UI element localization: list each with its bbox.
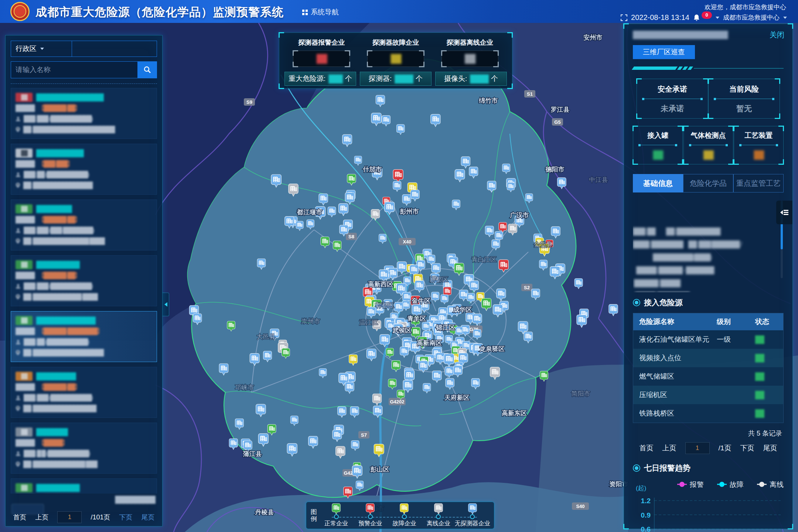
stat-card: 探测器离线企业██: [433, 37, 507, 67]
company-list-item[interactable]: █████████████████:【██████-██】███: ███ (█…: [11, 367, 157, 418]
status-badge: ██: [16, 372, 33, 381]
table-row[interactable]: 铁路栈桥区██: [633, 404, 783, 423]
company-name-row: █████████████: [16, 482, 152, 493]
table-column-header: 危险源名称: [633, 317, 711, 327]
person-icon: [16, 116, 21, 122]
close-button[interactable]: 关闭: [770, 30, 784, 40]
legend-label: 预警企业: [358, 520, 382, 528]
company-name: ███████████: [36, 482, 80, 493]
company-list-item[interactable]: ███████████████████:【███-███】███: ██ (██…: [11, 144, 157, 195]
page-input[interactable]: 1: [57, 511, 82, 523]
bell-icon[interactable]: [693, 14, 700, 21]
map-label: 高新西区: [368, 280, 393, 288]
panel-flyout-button[interactable]: [776, 201, 792, 224]
hazard-status-cell: ██: [749, 354, 783, 362]
system-nav-button[interactable]: 系统导航: [302, 7, 339, 17]
table-row[interactable]: 液化石油气储罐区单元一级██: [633, 330, 783, 349]
stat-counter-label: 探测器:: [369, 74, 392, 83]
legend-item[interactable]: 离线企业: [422, 502, 455, 529]
map-label: 绵竹市: [479, 97, 498, 104]
hazard-name-cell: 液化石油气储罐区单元: [633, 335, 711, 344]
map-label: 德阳市: [545, 166, 565, 173]
system-nav-label: 系统导航: [311, 7, 339, 17]
stat-counter: 重大危险源:███个: [284, 72, 356, 86]
stat-card: 探测器报警企业██: [284, 37, 359, 67]
table-row[interactable]: 视频接入点位██: [633, 349, 783, 367]
stat-counter: 摄像头:████个: [435, 72, 507, 86]
company-list-item[interactable]: ██████████████████:【██-███████】███: ███ …: [11, 478, 157, 494]
company-list-item[interactable]: ████████████████:【██████-██】███: ███ (██…: [11, 200, 157, 250]
user-name[interactable]: 成都市应急救援中心: [723, 13, 780, 22]
sidebar-collapse-handle[interactable]: [163, 293, 169, 316]
address-line: ██: ████████████████: [16, 180, 152, 191]
company-list-item[interactable]: ████████████████████████:【██████-██】███:…: [11, 88, 157, 139]
contact-line: ███: ██ (███████████): [16, 169, 152, 180]
hazard-level-line: █████:【██████-████████】: [16, 326, 152, 337]
map-label: 郫都区: [376, 302, 395, 309]
stat-card-value: ██: [465, 54, 475, 64]
tab-active[interactable]: 基础信息: [633, 174, 683, 192]
legend-item[interactable]: 无探测器企业: [456, 502, 489, 529]
company-list-item[interactable]: ██████████████████:【██████-██】███: ███ (…: [11, 255, 157, 306]
prev-page-button[interactable]: 上页: [662, 443, 676, 453]
divider: [715, 99, 774, 99]
trend-section-title: 七日报警趋势: [644, 463, 690, 473]
region-select[interactable]: 行政区: [11, 41, 72, 57]
divider: [11, 83, 157, 84]
legend-item[interactable]: 预警企业: [354, 502, 386, 529]
chevron-down-icon[interactable]: [716, 17, 719, 19]
map-label: 锦江区: [436, 324, 455, 331]
status-badge: ██: [16, 93, 33, 102]
svg-text:S2: S2: [524, 285, 530, 290]
map-label: 什邡市: [363, 166, 382, 173]
address-line: ██: ██████████████ ███: [16, 459, 152, 470]
last-page-button[interactable]: 尾页: [141, 513, 155, 522]
hazard-name-cell: 燃气储罐区: [633, 372, 711, 381]
prev-page-button[interactable]: 上页: [35, 513, 48, 522]
legend-label: 故障企业: [392, 520, 416, 528]
hazard-section-header: 接入危险源: [633, 297, 784, 308]
stat-card: 探测器故障企业██: [359, 37, 433, 67]
tab-item[interactable]: 危险化学品: [683, 174, 733, 192]
hazard-level-label: █████:: [16, 326, 35, 337]
hazard-level-label: █████:: [16, 158, 35, 169]
tab-item[interactable]: 重点监管工艺: [733, 174, 784, 192]
enterprise-detail-panel: █████████████████████ 关闭 三维厂区巡查 安全承诺 未承诺…: [624, 24, 793, 529]
legend-item[interactable]: 正常企业: [320, 502, 352, 529]
contact-text: ███: ███ (███████████): [24, 392, 92, 403]
contact-text: ███: ███ (███-████████): [24, 225, 94, 236]
table-column-header: 状态: [749, 317, 783, 327]
hazard-level-label: █████:: [16, 437, 35, 448]
last-page-button[interactable]: 尾页: [763, 443, 777, 453]
address-line: ██: ███████████████ ████: [16, 236, 152, 246]
stat-card-value-display: ██: [293, 51, 350, 67]
fullscreen-icon[interactable]: [621, 14, 627, 21]
company-name: ████████: [36, 427, 68, 437]
legend-item[interactable]: 故障企业: [388, 502, 420, 529]
svg-text:X40: X40: [403, 239, 411, 245]
person-icon: [16, 451, 21, 456]
3d-tour-button[interactable]: 三维厂区巡查: [633, 45, 695, 59]
chevron-down-icon[interactable]: [783, 17, 787, 19]
first-page-button[interactable]: 首页: [640, 443, 654, 453]
hazard-level-line: █████:【█████】: [16, 437, 152, 448]
hazard-level-value: 【██████-██】: [38, 103, 80, 113]
map-label: 简阳市: [572, 390, 590, 397]
region-value-input[interactable]: [72, 41, 157, 57]
location-pin-icon: [16, 461, 20, 467]
company-list-item[interactable]: ███████████████:【█████】███: █ █ (███████…: [11, 423, 157, 474]
company-name: █████████████████: [36, 92, 104, 103]
table-row[interactable]: 压缩机区██: [633, 386, 783, 404]
company-list-item[interactable]: ██████████████████████:【██████-████████】…: [11, 311, 157, 362]
page-input[interactable]: 1: [685, 442, 710, 454]
divider: [639, 145, 676, 145]
next-page-button[interactable]: 下页: [119, 513, 133, 522]
location-pin-icon: [16, 127, 20, 132]
divider: [740, 145, 777, 145]
first-page-button[interactable]: 首页: [13, 513, 26, 522]
search-button[interactable]: [138, 61, 157, 78]
hazard-level-label: █████:: [16, 103, 35, 113]
next-page-button[interactable]: 下页: [740, 443, 754, 453]
table-row[interactable]: 燃气储罐区██: [633, 367, 783, 386]
search-input[interactable]: 请输入名称: [11, 61, 138, 78]
